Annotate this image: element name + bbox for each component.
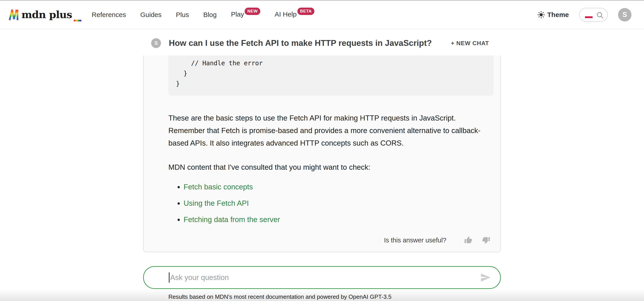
nav-item-blog[interactable]: Blog xyxy=(203,11,217,18)
code-line: } xyxy=(168,68,494,79)
main-nav: References Guides Plus Blog PlayNEW AI H… xyxy=(92,10,314,19)
ai-help-main: S How can I use the Fetch API to make HT… xyxy=(143,38,501,300)
new-badge: NEW xyxy=(245,8,260,15)
navbar-right-group: Theme S xyxy=(537,8,632,22)
question-input-placeholder: Ask your question xyxy=(170,273,229,282)
nav-item-ai-help[interactable]: AI HelpBETA xyxy=(274,10,314,19)
theme-toggle-button[interactable]: Theme xyxy=(537,11,569,18)
answer-card: // Handle the error } } These are the ba… xyxy=(143,56,501,252)
nav-item-label: Guides xyxy=(140,11,162,18)
chat-header: S How can I use the Fetch API to make HT… xyxy=(143,38,501,48)
sources-intro: MDN content that I've consulted that you… xyxy=(168,161,490,174)
nav-item-references[interactable]: References xyxy=(92,11,126,18)
question-avatar: S xyxy=(151,38,161,48)
source-link-using-the-fetch-api[interactable]: Using the Fetch API xyxy=(184,199,249,207)
user-avatar[interactable]: S xyxy=(618,8,632,22)
navbar: mdn plus References Guides Plus Blog Pla… xyxy=(0,0,644,29)
list-item: Using the Fetch API xyxy=(184,197,500,210)
nav-item-label: References xyxy=(92,11,126,18)
question-input[interactable]: Ask your question xyxy=(143,266,501,289)
source-link-fetching-data-from-the-server[interactable]: Fetching data from the server xyxy=(184,215,280,224)
new-chat-button[interactable]: + NEW CHAT xyxy=(451,40,489,47)
source-link-fetch-basic-concepts[interactable]: Fetch basic concepts xyxy=(184,183,253,191)
beta-badge: BETA xyxy=(298,8,314,15)
search-input[interactable] xyxy=(579,8,608,22)
send-button[interactable] xyxy=(480,272,491,283)
sun-icon xyxy=(537,11,545,18)
thumbs-down-button[interactable] xyxy=(482,236,490,244)
avatar-initial: S xyxy=(154,40,158,46)
mdn-plus-logo[interactable]: mdn plus xyxy=(8,8,82,22)
feedback-question: Is this answer useful? xyxy=(384,236,446,244)
disclaimer-text: Results based on MDN's most recent docum… xyxy=(168,294,501,300)
thumbs-up-button[interactable] xyxy=(464,236,472,244)
list-item: Fetching data from the server xyxy=(184,213,500,226)
nav-item-label: Play xyxy=(231,10,244,18)
search-icon xyxy=(596,11,604,19)
nav-item-plus[interactable]: Plus xyxy=(176,11,189,18)
theme-label: Theme xyxy=(547,11,569,18)
code-block: // Handle the error } } xyxy=(168,56,494,96)
nav-item-play[interactable]: PlayNEW xyxy=(231,10,260,19)
answer-paragraph: These are the basic steps to use the Fet… xyxy=(168,112,490,150)
nav-item-label: Plus xyxy=(176,11,189,18)
question-title: How can I use the Fetch API to make HTTP… xyxy=(169,38,432,48)
rainbow-underscore xyxy=(74,20,82,22)
thumbs-down-icon xyxy=(482,236,490,244)
code-line: } xyxy=(168,79,494,89)
nav-item-label: Blog xyxy=(203,11,217,18)
send-icon xyxy=(480,272,491,283)
sources-list: Fetch basic concepts Using the Fetch API… xyxy=(168,181,500,226)
nav-item-guides[interactable]: Guides xyxy=(140,11,162,18)
list-item: Fetch basic concepts xyxy=(184,181,500,193)
text-caret xyxy=(169,272,170,283)
brand-wordmark: mdn plus xyxy=(22,9,72,20)
search-cursor-dash xyxy=(585,16,592,18)
avatar-initial: S xyxy=(622,11,627,19)
thumbs-up-icon xyxy=(464,236,472,244)
code-line: // Handle the error xyxy=(168,58,494,68)
mdn-logo-icon xyxy=(8,9,19,21)
feedback-row: Is this answer useful? xyxy=(384,236,490,244)
nav-item-label: AI Help xyxy=(274,10,296,18)
